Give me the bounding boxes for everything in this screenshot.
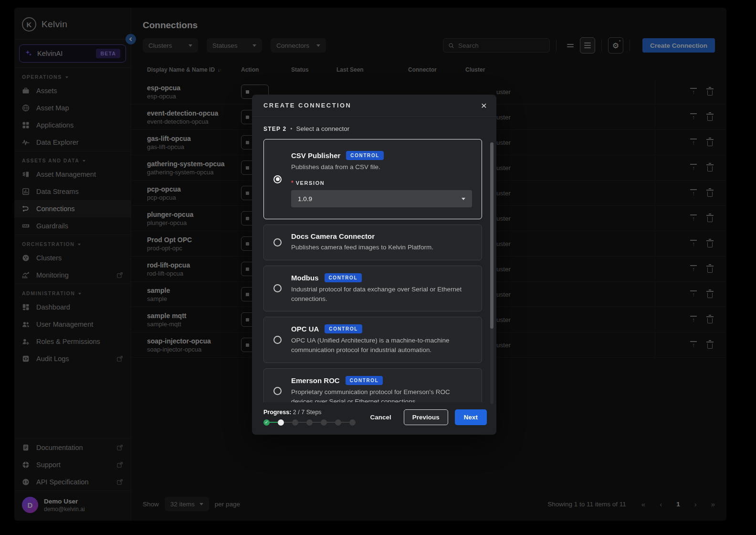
radio-icon[interactable] bbox=[273, 238, 282, 246]
connector-title-row: CSV PublisherCONTROL bbox=[291, 151, 472, 160]
progress-dot bbox=[349, 419, 356, 426]
progress-dot bbox=[306, 419, 313, 426]
connector-option-body: ModbusCONTROLIndustrial protocol for dat… bbox=[291, 273, 472, 304]
version-select[interactable]: 1.0.9 bbox=[291, 190, 472, 207]
progress-line bbox=[341, 422, 349, 423]
connector-options-list: CSV PublisherCONTROLPublishes data from … bbox=[252, 138, 496, 402]
progress-line bbox=[313, 422, 321, 423]
connector-description: Publishes camera feed images to Kelvin P… bbox=[291, 243, 472, 252]
modal-title: CREATE CONNECTION bbox=[263, 102, 351, 109]
connector-description: Industrial protocol for data exchange ov… bbox=[291, 285, 472, 304]
connector-option-body: CSV PublisherCONTROLPublishes data from … bbox=[291, 151, 472, 207]
connector-option-csv-publisher[interactable]: CSV PublisherCONTROLPublishes data from … bbox=[263, 139, 482, 219]
radio-icon[interactable] bbox=[273, 387, 282, 395]
close-icon[interactable]: × bbox=[481, 100, 487, 110]
control-badge: CONTROL bbox=[346, 376, 383, 385]
progress-dot-complete: ✓ bbox=[263, 419, 270, 426]
progress-label: Progress: bbox=[263, 409, 291, 416]
connector-title-row: Docs Camera Connector bbox=[291, 232, 472, 240]
connector-name: Emerson ROC bbox=[291, 376, 340, 385]
version-value: 1.0.9 bbox=[298, 195, 312, 203]
step-number: STEP 2 bbox=[263, 126, 286, 132]
progress-dot-current bbox=[278, 419, 284, 426]
progress-line bbox=[298, 422, 306, 423]
progress-line bbox=[327, 422, 335, 423]
progress-line bbox=[270, 422, 278, 423]
progress-line bbox=[284, 422, 292, 423]
progress-text: 2 / 7 Steps bbox=[293, 409, 322, 416]
create-connection-modal: CREATE CONNECTION × STEP 2 • Select a co… bbox=[252, 95, 496, 435]
connector-option-emerson-roc[interactable]: Emerson ROCCONTROLProprietary communicat… bbox=[263, 368, 482, 403]
connector-name: CSV Publisher bbox=[291, 151, 340, 160]
progress-dots: ✓ bbox=[263, 419, 356, 426]
control-badge: CONTROL bbox=[346, 151, 384, 160]
modal-header: CREATE CONNECTION × bbox=[252, 95, 496, 117]
version-label-text: VERSION bbox=[296, 180, 325, 186]
progress-dot bbox=[321, 419, 327, 426]
radio-selected-icon[interactable] bbox=[273, 175, 282, 183]
connector-name: Modbus bbox=[291, 274, 319, 282]
modal-footer: Progress: 2 / 7 Steps ✓ Cancel Previous … bbox=[252, 402, 496, 435]
connector-title-row: ModbusCONTROL bbox=[291, 273, 472, 282]
step-description: Select a connector bbox=[296, 125, 350, 132]
radio-icon[interactable] bbox=[273, 284, 282, 292]
connector-option-body: Docs Camera ConnectorPublishes camera fe… bbox=[291, 232, 472, 252]
control-badge: CONTROL bbox=[325, 273, 362, 282]
connector-description: Proprietary communication protocol for E… bbox=[291, 387, 472, 403]
connector-title-row: OPC UACONTROL bbox=[291, 324, 472, 333]
modal-scrollbar[interactable] bbox=[490, 142, 494, 404]
cancel-button[interactable]: Cancel bbox=[370, 414, 391, 421]
connector-option-body: OPC UACONTROLOPC UA (Unified Architectur… bbox=[291, 324, 472, 355]
control-badge: CONTROL bbox=[325, 324, 362, 333]
connector-description: Publishes data from a CSV file. bbox=[291, 162, 472, 172]
bullet-icon: • bbox=[290, 126, 292, 132]
connector-name: Docs Camera Connector bbox=[291, 232, 375, 240]
radio-icon[interactable] bbox=[273, 336, 282, 344]
progress-dot bbox=[292, 419, 298, 426]
connector-option-modbus[interactable]: ModbusCONTROLIndustrial protocol for dat… bbox=[263, 266, 482, 312]
connector-name: OPC UA bbox=[291, 325, 319, 333]
required-asterisk: * bbox=[291, 180, 294, 186]
previous-button[interactable]: Previous bbox=[404, 409, 448, 425]
scrollbar-thumb[interactable] bbox=[490, 142, 494, 329]
connector-option-body: Emerson ROCCONTROLProprietary communicat… bbox=[291, 376, 472, 403]
connector-title-row: Emerson ROCCONTROL bbox=[291, 376, 472, 385]
connector-description: OPC UA (Unified Architecture) is a machi… bbox=[291, 336, 472, 355]
connector-option-opc-ua[interactable]: OPC UACONTROLOPC UA (Unified Architectur… bbox=[263, 317, 482, 363]
version-label: *VERSION bbox=[291, 180, 472, 186]
progress-section: Progress: 2 / 7 Steps ✓ bbox=[263, 409, 356, 426]
progress-dot bbox=[335, 419, 341, 426]
step-indicator: STEP 2 • Select a connector bbox=[252, 117, 496, 138]
chevron-down-icon bbox=[462, 198, 465, 200]
next-button[interactable]: Next bbox=[455, 409, 487, 425]
connector-option-docs-camera-connector[interactable]: Docs Camera ConnectorPublishes camera fe… bbox=[263, 225, 482, 260]
